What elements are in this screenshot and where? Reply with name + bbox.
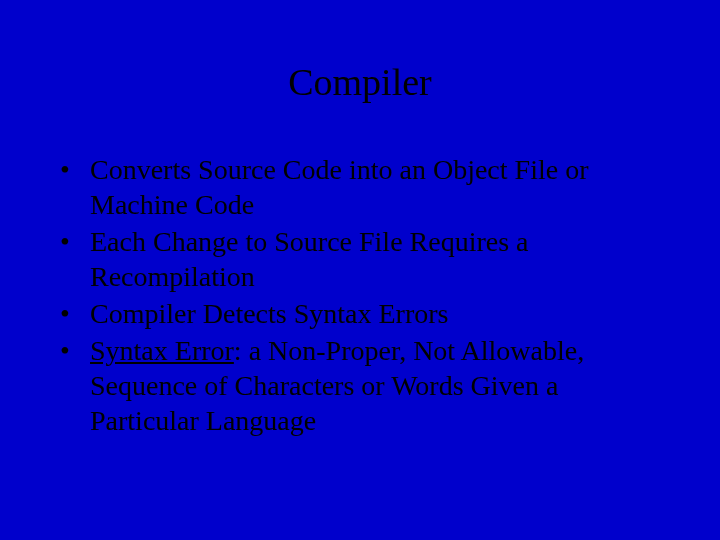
bullet-item: Syntax Error: a Non-Proper, Not Allowabl…: [60, 333, 670, 438]
bullet-list: Converts Source Code into an Object File…: [60, 152, 670, 438]
slide-container: Compiler Converts Source Code into an Ob…: [0, 0, 720, 540]
bullet-item: Converts Source Code into an Object File…: [60, 152, 670, 222]
bullet-item: Compiler Detects Syntax Errors: [60, 296, 670, 331]
bullet-item: Each Change to Source File Requires a Re…: [60, 224, 670, 294]
slide-title: Compiler: [50, 60, 670, 104]
term-underline: Syntax Error: [90, 335, 234, 366]
slide-content: Converts Source Code into an Object File…: [50, 152, 670, 438]
